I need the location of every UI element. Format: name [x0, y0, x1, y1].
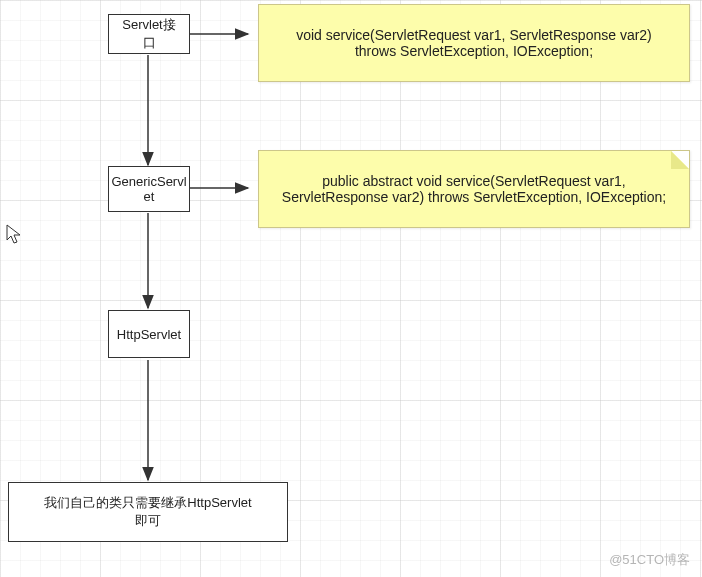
node-label: 我们自己的类只需要继承HttpServlet 即可 [44, 494, 251, 530]
note-servlet-service[interactable]: void service(ServletRequest var1, Servle… [258, 4, 690, 82]
node-generic-servlet[interactable]: GenericServl et [108, 166, 190, 212]
watermark-text: @51CTO博客 [609, 551, 690, 569]
node-label: GenericServl et [111, 174, 186, 204]
node-http-servlet[interactable]: HttpServlet [108, 310, 190, 358]
note-text: public abstract void service(ServletRequ… [277, 173, 671, 205]
node-own-class[interactable]: 我们自己的类只需要继承HttpServlet 即可 [8, 482, 288, 542]
cursor-icon [6, 224, 22, 246]
node-label: HttpServlet [117, 327, 181, 342]
node-servlet-interface[interactable]: Servlet接口 [108, 14, 190, 54]
node-label: Servlet接口 [119, 16, 179, 52]
note-text: void service(ServletRequest var1, Servle… [277, 27, 671, 59]
note-generic-service[interactable]: public abstract void service(ServletRequ… [258, 150, 690, 228]
